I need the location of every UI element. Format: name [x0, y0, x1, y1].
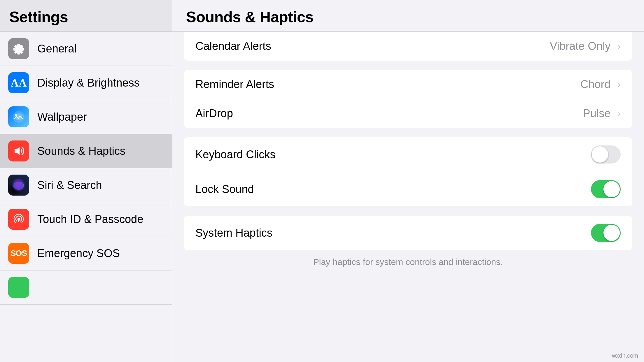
main-title-area: Sounds & Haptics	[172, 0, 644, 32]
calendar-alerts-label: Calendar Alerts	[195, 40, 271, 52]
siri-icon	[8, 175, 29, 196]
lock-sound-row[interactable]: Lock Sound	[184, 172, 632, 206]
system-haptics-row[interactable]: System Haptics	[184, 216, 632, 250]
sidebar-item-display[interactable]: AA Display & Brightness	[0, 66, 172, 100]
system-haptics-note: Play haptics for system controls and int…	[172, 250, 644, 277]
alerts-section: Reminder Alerts Chord › AirDrop Pulse ›	[184, 70, 632, 128]
lock-sound-toggle[interactable]	[591, 180, 621, 198]
calendar-alerts-section: Calendar Alerts Vibrate Only ›	[184, 32, 632, 61]
sidebar-item-general[interactable]: General	[0, 32, 172, 66]
watermark: wxdn.com	[612, 352, 638, 359]
keyboard-clicks-label: Keyboard Clicks	[195, 148, 276, 161]
sidebar-title-area: Settings	[0, 0, 172, 32]
sidebar-title: Settings	[9, 8, 162, 26]
airdrop-row[interactable]: AirDrop Pulse ›	[184, 99, 632, 128]
sos-label: Emergency SOS	[37, 247, 120, 260]
display-icon: AA	[8, 72, 29, 93]
system-haptics-knob	[603, 225, 620, 241]
sidebar-item-sounds[interactable]: Sounds & Haptics	[0, 134, 172, 168]
system-haptics-label: System Haptics	[195, 227, 272, 239]
keyboard-clicks-row[interactable]: Keyboard Clicks	[184, 137, 632, 172]
reminder-alerts-chevron: ›	[617, 79, 621, 90]
svg-point-3	[13, 182, 24, 190]
general-label: General	[37, 43, 77, 55]
sidebar-item-more[interactable]	[0, 270, 172, 305]
touchid-label: Touch ID & Passcode	[37, 213, 143, 226]
svg-point-4	[16, 182, 22, 187]
keyboard-clicks-toggle[interactable]	[591, 145, 621, 164]
lock-sound-label: Lock Sound	[195, 183, 254, 196]
airdrop-value: Pulse ›	[583, 107, 621, 120]
calendar-alerts-value: Vibrate Only ›	[550, 40, 621, 52]
sidebar-list: General AA Display & Brightness Wallpape…	[0, 32, 172, 362]
general-icon	[8, 38, 29, 59]
calendar-alerts-chevron: ›	[617, 41, 621, 52]
sidebar-item-sos[interactable]: SOS Emergency SOS	[0, 236, 172, 270]
sounds-icon	[8, 140, 29, 161]
lock-sound-knob	[603, 181, 620, 197]
airdrop-chevron: ›	[617, 108, 621, 119]
sidebar-item-wallpaper[interactable]: Wallpaper	[0, 100, 172, 134]
more-icon	[8, 277, 29, 298]
keyboard-clicks-knob	[592, 146, 608, 163]
sidebar: Settings General AA Display & Brightness	[0, 0, 172, 362]
reminder-alerts-value: Chord ›	[580, 78, 621, 91]
calendar-alerts-row[interactable]: Calendar Alerts Vibrate Only ›	[184, 32, 632, 61]
reminder-alerts-label: Reminder Alerts	[195, 78, 274, 91]
system-haptics-toggle[interactable]	[591, 224, 621, 242]
siri-label: Siri & Search	[37, 179, 102, 191]
svg-point-2	[15, 114, 17, 116]
toggles-section: Keyboard Clicks Lock Sound	[184, 137, 632, 206]
wallpaper-label: Wallpaper	[37, 111, 87, 123]
wallpaper-icon	[8, 106, 29, 127]
sidebar-item-siri[interactable]: Siri & Search	[0, 168, 172, 202]
haptics-section: System Haptics	[184, 216, 632, 250]
main-title: Sounds & Haptics	[186, 8, 630, 26]
airdrop-label: AirDrop	[195, 107, 233, 120]
content-scroll: Calendar Alerts Vibrate Only › Reminder …	[172, 32, 644, 362]
main-content: Sounds & Haptics Calendar Alerts Vibrate…	[172, 0, 644, 362]
sidebar-item-touchid[interactable]: Touch ID & Passcode	[0, 202, 172, 236]
sos-icon: SOS	[8, 243, 29, 264]
sounds-label: Sounds & Haptics	[37, 145, 125, 157]
reminder-alerts-row[interactable]: Reminder Alerts Chord ›	[184, 70, 632, 99]
display-label: Display & Brightness	[37, 77, 140, 89]
touchid-icon	[8, 209, 29, 230]
